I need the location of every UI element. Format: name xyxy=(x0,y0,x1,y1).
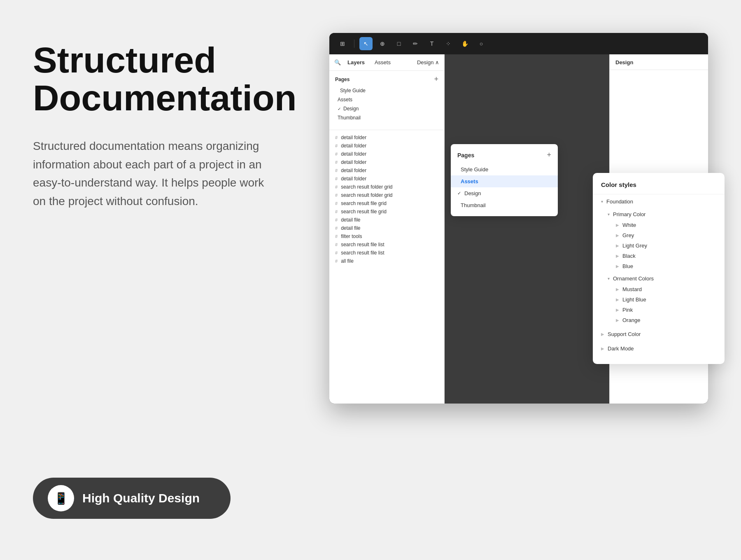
cs-grey-label: Grey xyxy=(622,232,634,238)
cs-blue-chevron: ▶ xyxy=(616,264,619,268)
cs-pink-label: Pink xyxy=(622,307,633,313)
layer-item[interactable]: # all file xyxy=(329,257,444,265)
cs-foundation-chevron: ▾ xyxy=(601,199,603,204)
toolbar-pen-btn[interactable]: ✏ xyxy=(409,37,422,50)
layer-item[interactable]: # search result folder grid xyxy=(329,183,444,191)
badge-icon: 📱 xyxy=(48,485,74,511)
cs-orange-label: Orange xyxy=(622,317,640,323)
pages-popup: Pages + Style Guide Assets ✓ Design Thum… xyxy=(451,144,558,216)
layer-item[interactable]: # detail folder xyxy=(329,150,444,158)
cs-item-orange[interactable]: ▶ Orange xyxy=(593,315,725,325)
cs-dark-mode-label: Dark Mode xyxy=(608,345,634,352)
cs-white-label: White xyxy=(622,222,636,228)
layer-item[interactable]: # detail folder xyxy=(329,142,444,150)
layer-item[interactable]: # search result file grid xyxy=(329,199,444,208)
cs-light-blue-chevron: ▶ xyxy=(616,297,619,302)
cs-grey-chevron: ▶ xyxy=(616,233,619,238)
toolbar-comment-btn[interactable]: ○ xyxy=(475,37,488,50)
popup-pages-header: Pages + xyxy=(451,149,558,163)
popup-page-style-guide[interactable]: Style Guide xyxy=(451,163,558,175)
cs-light-grey-chevron: ▶ xyxy=(616,243,619,248)
cs-ornament-chevron: ▾ xyxy=(608,276,610,281)
page-thumbnail[interactable]: Thumbnail xyxy=(335,113,438,122)
layer-item[interactable]: # detail file xyxy=(329,224,444,232)
cs-foundation-header[interactable]: ▾ Foundation xyxy=(593,194,725,209)
design-label[interactable]: Design ∧ xyxy=(417,59,439,65)
page-style-guide[interactable]: Style Guide xyxy=(335,86,438,95)
cs-support-color-header[interactable]: ▶ Support Color xyxy=(593,327,725,341)
cs-black-label: Black xyxy=(622,253,636,259)
toolbar-component-btn[interactable]: ⁘ xyxy=(442,37,455,50)
badge-text: High Quality Design xyxy=(82,491,200,505)
tab-layers[interactable]: Layers xyxy=(344,58,368,67)
popup-pages-add[interactable]: + xyxy=(547,151,551,159)
layer-item[interactable]: # filter tools xyxy=(329,232,444,240)
pages-title: Pages xyxy=(335,77,350,82)
cs-primary-color-header[interactable]: ▾ Primary Color xyxy=(593,209,725,220)
cs-light-grey-label: Light Grey xyxy=(622,243,647,249)
left-section: Structured Documentation Structured docu… xyxy=(33,41,313,211)
toolbar-menu-btn[interactable]: ⊞ xyxy=(336,37,349,50)
cs-dark-mode-header[interactable]: ▶ Dark Mode xyxy=(593,341,725,356)
popup-page-thumbnail[interactable]: Thumbnail xyxy=(451,199,558,211)
cs-orange-chevron: ▶ xyxy=(616,318,619,322)
layer-item[interactable]: # search result file list xyxy=(329,240,444,249)
canvas-area xyxy=(445,54,609,404)
layer-item[interactable]: # detail folder xyxy=(329,133,444,142)
cs-item-white[interactable]: ▶ White xyxy=(593,220,725,230)
cs-item-light-blue[interactable]: ▶ Light Blue xyxy=(593,294,725,305)
popup-page-assets[interactable]: Assets xyxy=(451,175,558,187)
cs-ornament-label: Ornament Colors xyxy=(613,275,654,282)
cs-light-blue-label: Light Blue xyxy=(622,296,646,303)
panel-tabs: 🔍 Layers Assets Design ∧ xyxy=(329,54,444,71)
layer-item[interactable]: # detail folder xyxy=(329,175,444,183)
color-styles-panel: Color styles ▾ Foundation ▾ Primary Colo… xyxy=(593,173,725,364)
pages-header: Pages + xyxy=(335,75,438,84)
toolbar-text-btn[interactable]: T xyxy=(425,37,438,50)
cs-white-chevron: ▶ xyxy=(616,223,619,227)
cs-black-chevron: ▶ xyxy=(616,254,619,258)
right-panel-header: Design xyxy=(610,59,708,70)
cs-mustard-chevron: ▶ xyxy=(616,287,619,292)
layer-item[interactable]: # search result folder grid xyxy=(329,191,444,199)
page-assets[interactable]: Assets xyxy=(335,95,438,104)
popup-page-design[interactable]: ✓ Design xyxy=(451,187,558,199)
pages-add-btn[interactable]: + xyxy=(434,75,438,84)
pages-section: Pages + Style Guide Assets ✓ Design Thum… xyxy=(329,71,444,126)
layer-item[interactable]: # search result file grid xyxy=(329,208,444,216)
toolbar-select-btn[interactable]: ↖ xyxy=(359,37,373,50)
toolbar-divider-1 xyxy=(354,40,354,48)
quality-badge: 📱 High Quality Design xyxy=(33,478,231,519)
cs-item-blue[interactable]: ▶ Blue xyxy=(593,261,725,271)
toolbar-hand-btn[interactable]: ✋ xyxy=(458,37,471,50)
search-icon[interactable]: 🔍 xyxy=(334,59,341,65)
cs-support-label: Support Color xyxy=(608,331,641,337)
cs-item-mustard[interactable]: ▶ Mustard xyxy=(593,284,725,294)
layer-divider xyxy=(329,130,444,130)
cs-item-light-grey[interactable]: ▶ Light Grey xyxy=(593,240,725,251)
cs-item-grey[interactable]: ▶ Grey xyxy=(593,230,725,240)
cs-blue-label: Blue xyxy=(622,263,633,269)
popup-pages-title: Pages xyxy=(457,152,474,159)
layer-item[interactable]: # search result file list xyxy=(329,249,444,257)
toolbar-frame-btn[interactable]: ⊕ xyxy=(376,37,389,50)
cs-dark-mode-chevron: ▶ xyxy=(601,346,604,351)
cs-support-chevron: ▶ xyxy=(601,332,604,336)
layer-item[interactable]: # detail folder xyxy=(329,158,444,166)
cs-foundation-label: Foundation xyxy=(606,198,633,205)
figma-toolbar: ⊞ ↖ ⊕ □ ✏ T ⁘ ✋ ○ xyxy=(329,33,708,54)
cs-pink-chevron: ▶ xyxy=(616,308,619,312)
cs-primary-chevron: ▾ xyxy=(608,212,610,217)
layer-item[interactable]: # detail file xyxy=(329,216,444,224)
cs-ornament-colors-header[interactable]: ▾ Ornament Colors xyxy=(593,273,725,284)
cs-item-pink[interactable]: ▶ Pink xyxy=(593,305,725,315)
main-title: Structured Documentation xyxy=(33,41,313,117)
tab-assets[interactable]: Assets xyxy=(371,58,394,67)
layer-item[interactable]: # detail folder xyxy=(329,166,444,175)
page-design[interactable]: ✓ Design xyxy=(335,104,438,113)
toolbar-shape-btn[interactable]: □ xyxy=(392,37,405,50)
cs-mustard-label: Mustard xyxy=(622,286,642,292)
cs-item-black[interactable]: ▶ Black xyxy=(593,251,725,261)
cs-primary-label: Primary Color xyxy=(613,211,645,217)
color-styles-title: Color styles xyxy=(593,181,725,194)
